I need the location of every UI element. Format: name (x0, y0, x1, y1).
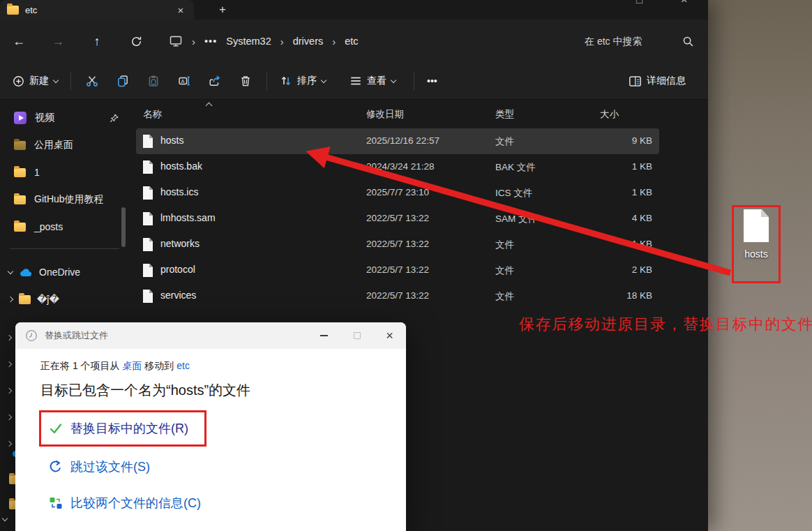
column-header-date[interactable]: 修改日期 (366, 108, 404, 121)
plus-circle-icon (13, 75, 24, 87)
file-row-hosts[interactable]: hosts 2025/12/16 22:57 文件 9 KB (136, 128, 659, 154)
tab-etc[interactable]: etc × (0, 0, 194, 20)
up-button[interactable]: ↑ (85, 29, 109, 53)
chevron-down-icon[interactable] (2, 516, 8, 521)
skip-option-label: 跳过该文件(S) (70, 458, 150, 475)
dialog-maximize-button[interactable] (340, 322, 373, 349)
file-type: 文件 (495, 239, 514, 251)
sidebar-item-label: 1 (34, 167, 40, 178)
sidebar-item-public-desktop[interactable]: 公用桌面 (6, 132, 123, 158)
search-icon[interactable] (682, 36, 694, 47)
rename-button[interactable]: A (169, 68, 200, 94)
breadcrumb-drivers[interactable]: drivers (293, 36, 324, 47)
file-icon (143, 160, 153, 174)
column-header-name[interactable]: 名称 (143, 108, 162, 121)
file-row-lmhosts-sam[interactable]: lmhosts.sam 2022/5/7 13:22 SAM 文件 4 KB (136, 206, 659, 232)
view-button[interactable]: 查看 (343, 70, 403, 92)
file-size: 1 KB (632, 187, 652, 197)
window-close-icon[interactable]: × (681, 0, 687, 6)
file-row-protocol[interactable]: protocol 2022/5/7 13:22 文件 2 KB (136, 257, 659, 283)
this-pc-icon[interactable] (169, 35, 183, 47)
window-maximize-icon[interactable]: □ (636, 0, 642, 6)
paste-button[interactable] (138, 68, 169, 94)
folder-icon (14, 195, 26, 204)
status-prefix: 正在将 1 个项目从 (40, 360, 120, 371)
breadcrumb-ellipsis[interactable]: ••• (204, 36, 217, 47)
sidebar-item-onedrive[interactable]: OneDrive (6, 259, 123, 285)
replace-file-option[interactable]: 替换目标中的文件(R) (49, 420, 406, 437)
chevron-down-icon[interactable] (8, 268, 13, 274)
folder-icon (14, 223, 26, 232)
refresh-button[interactable] (124, 29, 148, 53)
tree-expander-icon[interactable] (6, 441, 12, 447)
tree-expander-icon[interactable] (6, 361, 12, 367)
copy-button[interactable] (107, 68, 138, 94)
tab-strip: etc × + □ × (0, 0, 708, 20)
chevron-right-icon[interactable] (8, 297, 13, 302)
source-link[interactable]: 桌面 (122, 360, 142, 371)
file-date: 2022/5/7 13:22 (366, 290, 429, 301)
file-row-services[interactable]: services 2022/5/7 13:22 文件 18 KB (136, 283, 659, 309)
file-size: 9 KB (632, 135, 652, 146)
sidebar-item-posts[interactable]: _posts (6, 214, 123, 240)
sidebar-divider (10, 248, 119, 249)
tree-expander-icon[interactable] (6, 414, 12, 420)
file-row-hosts-ics[interactable]: hosts.ics 2025/7/7 23:10 ICS 文件 1 KB (136, 180, 659, 206)
sidebar-item-videos[interactable]: 视频 (6, 105, 123, 131)
share-button[interactable] (200, 68, 230, 94)
compare-files-option[interactable]: 比较两个文件的信息(C) (49, 495, 406, 511)
tab-close-icon[interactable]: × (174, 4, 187, 16)
dialog-minimize-button[interactable] (308, 322, 340, 349)
file-row-networks[interactable]: networks 2022/5/7 13:22 文件 1 KB (136, 232, 659, 257)
file-name: hosts.bak (160, 160, 202, 172)
file-name: protocol (160, 264, 195, 275)
screenshot-root: hosts etc × + □ × ← → ↑ (0, 0, 812, 531)
dialog-titlebar[interactable]: 替换或跳过文件 × (15, 322, 406, 349)
file-size: 1 KB (632, 239, 652, 249)
maximize-icon (354, 332, 361, 339)
destination-link[interactable]: etc (176, 360, 190, 371)
file-name: hosts (160, 135, 183, 146)
file-type: 文件 (495, 135, 514, 148)
file-row-hosts-bak[interactable]: hosts.bak 2024/3/24 21:28 BAK 文件 1 KB (136, 154, 659, 180)
cut-button[interactable] (77, 68, 107, 94)
details-pane-button[interactable]: 详细信息 (622, 70, 693, 92)
new-tab-button[interactable]: + (213, 1, 232, 19)
dialog-close-button[interactable]: × (373, 322, 406, 349)
search-input[interactable] (583, 35, 682, 47)
folder-icon (14, 141, 26, 150)
delete-button[interactable] (230, 68, 261, 94)
sidebar-item-label: 公用桌面 (34, 139, 73, 151)
tree-expander-icon[interactable] (6, 335, 12, 341)
dialog-body: 正在将 1 个项目从 桌面 移动到 etc 目标已包含一个名为“hosts”的文… (15, 349, 406, 531)
tree-expander-icon[interactable] (6, 388, 12, 394)
file-date: 2022/5/7 13:22 (366, 239, 429, 249)
file-type: ICS 文件 (495, 187, 532, 200)
skip-file-option[interactable]: 跳过该文件(S) (49, 458, 406, 475)
rename-icon: A (178, 75, 190, 87)
sidebar-item-folder-garbled[interactable]: �ĵ� (6, 286, 123, 313)
sidebar-item-1[interactable]: 1 (6, 159, 123, 186)
sidebar-item-github[interactable]: GitHub使用教程 (6, 186, 123, 213)
file-name: networks (160, 238, 200, 249)
command-bar: 新建 (0, 63, 708, 100)
more-options-button[interactable]: ••• (420, 70, 444, 91)
back-button[interactable]: ← (7, 29, 31, 53)
sidebar-scrollbar[interactable] (121, 207, 126, 247)
new-button[interactable]: 新建 (6, 70, 65, 92)
column-header-type[interactable]: 类型 (495, 108, 514, 121)
chevron-right-icon: › (280, 36, 284, 47)
breadcrumb-etc[interactable]: etc (345, 36, 358, 47)
refresh-icon (130, 36, 142, 47)
sort-button[interactable]: 排序 (273, 70, 333, 92)
breadcrumb-system32[interactable]: System32 (226, 36, 271, 47)
skip-icon (49, 460, 63, 474)
compare-option-label: 比较两个文件的信息(C) (70, 495, 201, 511)
column-header-size[interactable]: 大小 (600, 108, 619, 121)
sort-icon (280, 75, 292, 87)
annotation-text: 保存后移动进原目录，替换目标中的文件 (519, 314, 812, 335)
chevron-down-icon (391, 77, 396, 82)
minimize-icon (320, 335, 328, 336)
sidebar-item-label: OneDrive (39, 267, 80, 278)
forward-button[interactable]: → (46, 29, 70, 53)
